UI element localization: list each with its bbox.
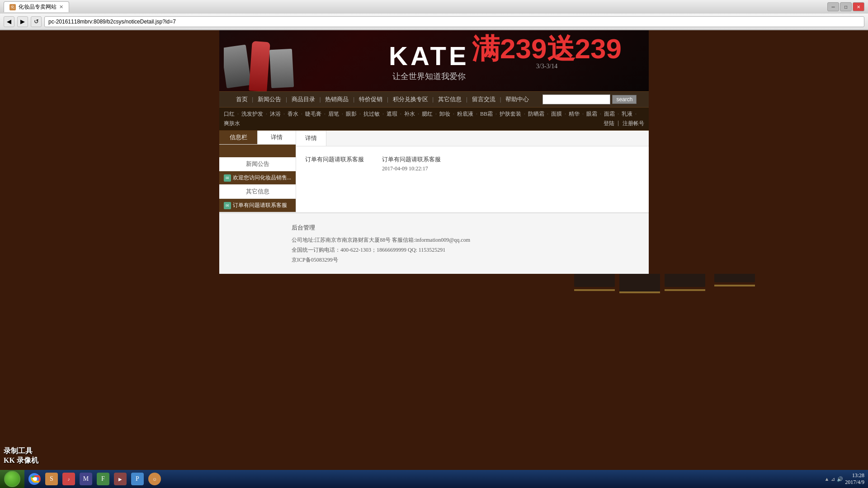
refresh-button[interactable]: ↺ bbox=[31, 16, 42, 27]
footer: 后台管理 公司地址:江苏南京市南京路财富大厦88号 客服信箱:informati… bbox=[219, 212, 649, 274]
cat-foundation[interactable]: 粉底液 bbox=[457, 110, 473, 118]
tray-network: ⊿ bbox=[831, 476, 835, 482]
banner-brand: KATE bbox=[389, 40, 469, 70]
footer-address: 公司地址:江苏南京市南京路财富大厦88号 客服信箱:information009… bbox=[292, 235, 640, 245]
nav-hot[interactable]: 热销商品 bbox=[321, 95, 353, 103]
start-orb bbox=[4, 471, 20, 487]
sidebar-tabs: 信息栏 详情 bbox=[219, 131, 296, 145]
tray-volume: 🔊 bbox=[837, 476, 843, 482]
website-wrapper: KATE 让全世界知道我爱你 满239送239 3/3-3/14 首页 | bbox=[219, 30, 649, 274]
cat-bb[interactable]: BB霜 bbox=[480, 110, 493, 118]
nav-catalog[interactable]: 商品目录 bbox=[287, 95, 320, 103]
nav-home[interactable]: 首页 bbox=[231, 95, 252, 103]
cat-makeup-remover[interactable]: 卸妆 bbox=[439, 110, 450, 118]
nav-message[interactable]: 留言交流 bbox=[467, 95, 500, 103]
user-actions: 登陆 | 注册帐号 bbox=[604, 120, 644, 127]
sidebar-tab-info[interactable]: 信息栏 bbox=[219, 131, 258, 144]
maximize-button[interactable]: □ bbox=[840, 2, 852, 11]
banner-promo: 满239送239 3/3-3/14 bbox=[472, 35, 622, 70]
svg-rect-13 bbox=[714, 285, 755, 286]
close-button[interactable]: ✕ bbox=[853, 2, 864, 11]
taskbar-app-8[interactable]: ☺ bbox=[146, 471, 163, 487]
nav-help[interactable]: 帮助中心 bbox=[501, 95, 533, 103]
tab-close-button[interactable]: ✕ bbox=[59, 4, 63, 10]
browser-toolbar: ◀ ▶ ↺ bbox=[0, 14, 868, 30]
notice-date: 2017-04-09 10:22:17 bbox=[382, 165, 441, 172]
taskbar-app-5[interactable]: F bbox=[95, 471, 111, 487]
taskbar-app-4[interactable]: M bbox=[78, 471, 94, 487]
taskbar-app-chrome[interactable] bbox=[26, 471, 42, 487]
cat-mask[interactable]: 面膜 bbox=[551, 110, 562, 118]
sidebar: 信息栏 详情 新闻公告 ✉ 欢迎您访问化妆品销售... 其它信息 ✉ 订单有问题… bbox=[219, 131, 296, 212]
sidebar-item-order[interactable]: ✉ 订单有问题请联系客服 bbox=[219, 199, 296, 212]
search-input[interactable] bbox=[542, 94, 610, 104]
search-button[interactable]: search bbox=[612, 95, 637, 104]
search-area: search bbox=[542, 94, 637, 104]
cat-bath[interactable]: 沐浴 bbox=[270, 110, 281, 118]
sidebar-tab-detail[interactable]: 详情 bbox=[258, 131, 296, 144]
tray-time: 13:28 2017/4/9 bbox=[845, 472, 864, 486]
cat-blush[interactable]: 腮红 bbox=[422, 110, 433, 118]
cat-essence[interactable]: 精华 bbox=[569, 110, 580, 118]
sidebar-section-other: 其它信息 bbox=[219, 185, 296, 199]
forward-button[interactable]: ▶ bbox=[17, 16, 28, 27]
window-controls: ─ □ ✕ bbox=[827, 2, 864, 11]
notice-right: 订单有问题请联系客服 2017-04-09 10:22:17 bbox=[382, 155, 441, 172]
taskbar: S ♪ M F ▶ P ☺ ▲ ⊿ 🔊 13:28 2017/4/9 bbox=[0, 470, 868, 488]
taskbar-app-2[interactable]: S bbox=[43, 471, 60, 487]
tab-favicon: 化 bbox=[9, 4, 16, 10]
tray-icon-1: ▲ bbox=[824, 476, 829, 482]
cat-eyebrow[interactable]: 眉笔 bbox=[328, 110, 339, 118]
nav-news[interactable]: 新闻公告 bbox=[253, 95, 286, 103]
cat-face-cream[interactable]: 面霜 bbox=[604, 110, 615, 118]
footer-title: 后台管理 bbox=[292, 222, 640, 233]
start-button[interactable] bbox=[0, 470, 24, 488]
banner-slogan: 让全世界知道我爱你 bbox=[389, 70, 469, 81]
banner: KATE 让全世界知道我爱你 满239送239 3/3-3/14 bbox=[219, 30, 649, 91]
tab-title: 化妆品专卖网站 bbox=[19, 3, 57, 11]
notice-title: 订单有问题请联系客服 bbox=[382, 155, 441, 164]
cat-toner[interactable]: 爽肤水 bbox=[224, 120, 240, 127]
cat-moisturize[interactable]: 补水 bbox=[404, 110, 415, 118]
cat-haircare[interactable]: 洗发护发 bbox=[241, 110, 263, 118]
minimize-button[interactable]: ─ bbox=[827, 2, 839, 11]
cat-eyeshadow[interactable]: 眼影 bbox=[346, 110, 357, 118]
cat-skincare-set[interactable]: 护肤套装 bbox=[500, 110, 521, 118]
cat-mascara[interactable]: 睫毛膏 bbox=[305, 110, 321, 118]
cat-antiallergy[interactable]: 抗过敏 bbox=[363, 110, 380, 118]
cat-perfume[interactable]: 香水 bbox=[288, 110, 298, 118]
cat-lipstick[interactable]: 口红 bbox=[224, 110, 235, 118]
sidebar-item-icon-order: ✉ bbox=[224, 202, 231, 209]
sidebar-item-icon-welcome: ✉ bbox=[224, 174, 231, 182]
footer-phone: 全国统一订购电话：400-622-1303；18666699999 QQ: 11… bbox=[292, 245, 640, 255]
nav-other[interactable]: 其它信息 bbox=[434, 95, 466, 103]
detail-tab-main[interactable]: 详情 bbox=[296, 131, 326, 146]
recording-tool-label: 录制工具 KK 录像机 bbox=[4, 446, 38, 465]
category-bar: 口红 · 洗发护发 · 沐浴 · 香水 · 睫毛膏 · 眉笔 · 眼影 · 抗过… bbox=[219, 108, 649, 131]
cat-eye-cream[interactable]: 眼霜 bbox=[586, 110, 597, 118]
cat-concealer[interactable]: 遮瑕 bbox=[387, 110, 397, 118]
notice-main-text: 订单有问题请联系客服 bbox=[305, 155, 364, 172]
sidebar-item-welcome[interactable]: ✉ 欢迎您访问化妆品销售... bbox=[219, 171, 296, 185]
taskbar-app-3[interactable]: ♪ bbox=[61, 471, 77, 487]
cat-sunscreen[interactable]: 防晒霜 bbox=[528, 110, 544, 118]
nav-points[interactable]: 积分兑换专区 bbox=[388, 95, 433, 103]
svg-rect-11 bbox=[619, 291, 660, 293]
login-link[interactable]: 登陆 bbox=[604, 120, 614, 127]
cat-lotion[interactable]: 乳液 bbox=[622, 110, 632, 118]
sidebar-highlight-bar bbox=[219, 145, 296, 157]
browser-titlebar: 化 化妆品专卖网站 ✕ ─ □ ✕ bbox=[0, 0, 868, 14]
detail-panel: 详情 订单有问题请联系客服 订单有问题请联系客服 2017-04-09 10:2… bbox=[296, 131, 649, 212]
register-link[interactable]: 注册帐号 bbox=[623, 120, 644, 127]
address-bar[interactable] bbox=[44, 16, 864, 27]
browser-tab[interactable]: 化 化妆品专卖网站 ✕ bbox=[4, 1, 69, 12]
svg-rect-12 bbox=[665, 289, 705, 291]
browser-chrome: 化 化妆品专卖网站 ✕ ─ □ ✕ ◀ ▶ ↺ bbox=[0, 0, 868, 30]
detail-content: 订单有问题请联系客服 订单有问题请联系客服 2017-04-09 10:22:1… bbox=[296, 146, 649, 181]
nav-bar: 首页 | 新闻公告 | 商品目录 | 热销商品 | 特价促销 | 积分兑换专区 … bbox=[219, 91, 649, 108]
sidebar-section-news: 新闻公告 bbox=[219, 157, 296, 171]
nav-sale[interactable]: 特价促销 bbox=[354, 95, 387, 103]
taskbar-app-7[interactable]: P bbox=[129, 471, 146, 487]
back-button[interactable]: ◀ bbox=[4, 16, 14, 27]
taskbar-app-6[interactable]: ▶ bbox=[112, 471, 128, 487]
